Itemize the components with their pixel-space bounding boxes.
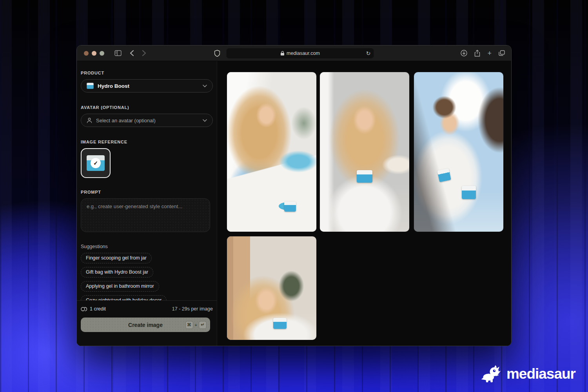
chevron-down-icon: [203, 119, 207, 122]
product-thumbnail-icon: [87, 83, 94, 89]
sidebar-footer: 1 credit 17 - 29s per image Create image…: [77, 300, 217, 346]
avatar-select[interactable]: Select an avatar (optional): [81, 114, 213, 127]
command-key-icon: ⌘: [185, 321, 193, 329]
downloads-icon[interactable]: [461, 50, 467, 56]
image-reference-label: IMAGE REFERENCE: [81, 140, 213, 144]
photo-mirror-application: [414, 72, 503, 232]
forward-icon[interactable]: [142, 50, 146, 56]
suggestion-pill[interactable]: Applying gel in bathroom mirror: [81, 281, 159, 292]
lock-icon: [280, 51, 284, 56]
browser-titlebar: mediasaur.com ↻ +: [77, 45, 511, 61]
create-image-button[interactable]: Create image ⌘ + ↵: [81, 318, 210, 332]
privacy-shield-icon[interactable]: [214, 50, 220, 57]
product-jar: [273, 318, 287, 329]
chevron-down-icon: [203, 85, 207, 87]
image-reference-thumbnail[interactable]: ✓: [81, 148, 111, 178]
tab-overview-icon[interactable]: [499, 50, 505, 56]
brand-logo: mediasaur: [481, 365, 575, 383]
credit-cost: 1 credit: [90, 306, 106, 312]
generator-sidebar: PRODUCT Hydro Boost AVATAR (OPTIONAL): [77, 61, 217, 346]
photo-bedroom-jar: [227, 236, 316, 340]
product-value: Hydro Boost: [98, 83, 129, 89]
sidebar-toggle-icon[interactable]: [114, 50, 122, 56]
suggestion-pill[interactable]: Gift bag with Hydro Boost jar: [81, 267, 153, 278]
avatar-label: AVATAR (OPTIONAL): [81, 105, 213, 110]
avatar-placeholder: Select an avatar (optional): [96, 118, 156, 123]
close-window-button[interactable]: [84, 51, 89, 56]
share-icon[interactable]: [474, 50, 480, 57]
return-key-icon: ↵: [199, 321, 207, 329]
sidebar-form: PRODUCT Hydro Boost AVATAR (OPTIONAL): [77, 61, 217, 300]
browser-window: mediasaur.com ↻ +: [76, 45, 512, 346]
back-icon[interactable]: [130, 50, 134, 56]
url-text: mediasaur.com: [287, 51, 320, 56]
shortcut-keys: ⌘ + ↵: [185, 321, 207, 329]
coins-icon: [81, 307, 87, 312]
product-label: PRODUCT: [81, 71, 213, 75]
results-area: [217, 61, 511, 346]
prompt-input[interactable]: [81, 198, 210, 232]
product-jar: [284, 201, 296, 212]
generated-image-4[interactable]: [227, 236, 316, 340]
create-image-label: Create image: [128, 322, 163, 328]
address-bar[interactable]: mediasaur.com ↻: [227, 48, 374, 58]
generated-image-1[interactable]: [227, 72, 316, 232]
traffic-lights: [77, 51, 104, 56]
generated-image-2[interactable]: [320, 72, 409, 232]
zoom-window-button[interactable]: [100, 51, 104, 56]
user-icon: [87, 118, 92, 123]
product-select[interactable]: Hydro Boost: [81, 79, 213, 93]
product-jar: [437, 168, 451, 182]
brand-name: mediasaur: [506, 366, 575, 382]
generated-image-3[interactable]: [414, 72, 503, 232]
new-tab-icon[interactable]: +: [487, 50, 492, 57]
photo-holding-jar: [320, 72, 409, 232]
photo-bathroom-selfie: [227, 72, 316, 232]
suggestions-label: Suggestions: [81, 244, 213, 249]
reload-icon[interactable]: ↻: [366, 50, 371, 56]
minimize-window-button[interactable]: [92, 51, 96, 56]
selected-check-icon: ✓: [91, 158, 101, 168]
product-jar: [462, 186, 476, 199]
suggestion-pill[interactable]: Finger scooping gel from jar: [81, 253, 152, 263]
dinosaur-icon: [481, 365, 501, 383]
prompt-label: PROMPT: [81, 190, 213, 194]
generation-time: 17 - 29s per image: [172, 306, 213, 312]
suggestion-pill[interactable]: Cozy nightstand with holiday decor: [81, 295, 167, 300]
product-jar: [357, 170, 372, 183]
